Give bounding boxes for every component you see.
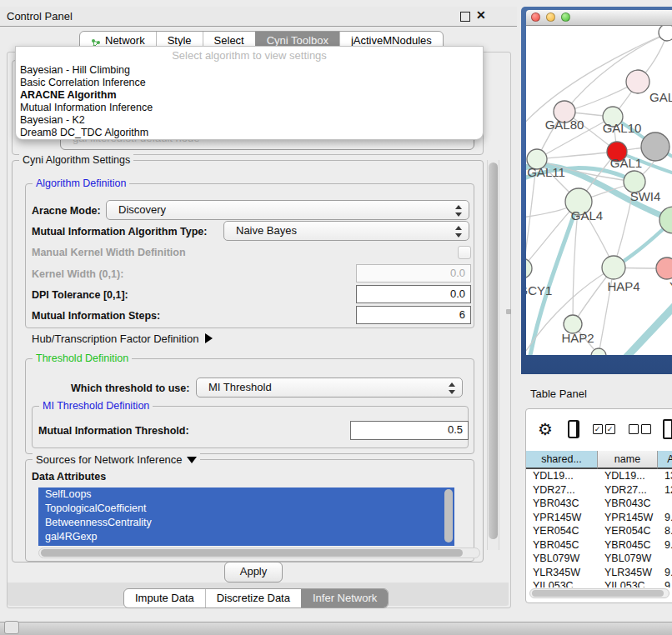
threshold-definition-title: Threshold Definition: [33, 352, 132, 364]
aracne-mode-combobox[interactable]: Discovery: [106, 200, 469, 220]
algorithm-option[interactable]: Bayesian - K2: [16, 114, 483, 127]
table-row[interactable]: YBL079WYBL079W: [526, 552, 672, 566]
network-node[interactable]: [626, 70, 649, 93]
settings-vertical-scrollbar[interactable]: [487, 160, 499, 550]
table-cell: YPR145W: [526, 511, 598, 525]
algorithm-option[interactable]: Mutual Information Inference: [16, 102, 483, 114]
algorithm-option[interactable]: Bayesian - Hill Climbing: [16, 64, 483, 77]
algorithm-option[interactable]: ARACNE Algorithm: [16, 89, 483, 102]
algorithm-option[interactable]: Basic Correlation Inference: [16, 77, 483, 89]
kernel-width-input[interactable]: 0.0: [356, 264, 471, 282]
split-columns-icon[interactable]: [568, 420, 579, 438]
mi-threshold-label: Mutual Information Threshold:: [38, 425, 189, 437]
table-row[interactable]: YBR045CYBR045C9.: [526, 538, 672, 552]
export-table-icon[interactable]: [663, 419, 672, 439]
data-attributes-list[interactable]: SelfLoopsTopologicalCoefficientBetweenne…: [38, 488, 454, 546]
algorithm-option-list: Bayesian - Hill ClimbingBasic Correlatio…: [16, 64, 483, 139]
attributes-list-scrollbar[interactable]: [444, 489, 453, 542]
network-canvas[interactable]: GALGAL80GAL10GAL1GAL11SWI4GAL4GCY1HAP4YH…: [526, 26, 672, 355]
stepper-icon: [454, 225, 462, 238]
column-header-partial[interactable]: A: [658, 451, 672, 469]
table-horizontal-scrollbar[interactable]: [529, 588, 669, 598]
network-node[interactable]: [641, 132, 669, 161]
attribute-list-item[interactable]: SelfLoops: [38, 488, 454, 502]
panel-collapse-button[interactable]: [4, 621, 19, 634]
manual-kernel-checkbox[interactable]: [458, 246, 471, 259]
table-cell: 12: [658, 483, 672, 498]
table-cell: YBR045C: [598, 538, 658, 552]
table-cell: 9.: [658, 511, 672, 525]
data-attributes-label: Data Attributes: [32, 471, 106, 482]
panel-divider-handle[interactable]: [506, 309, 511, 314]
algorithm-option[interactable]: Dream8 DC_TDC Algorithm: [16, 127, 483, 139]
attribute-list-item[interactable]: TopologicalCoefficient: [38, 502, 454, 516]
table-cell: 8.: [658, 524, 672, 538]
sources-group-title[interactable]: Sources for Network Inference: [33, 453, 200, 466]
mi-threshold-input[interactable]: 0.5: [350, 421, 469, 440]
table-row[interactable]: YDL19...YDL19...13: [526, 469, 672, 483]
column-header-shared-name[interactable]: shared...: [526, 451, 598, 469]
dpi-tolerance-label: DPI Tolerance [0,1]:: [32, 289, 128, 301]
network-node-label: GAL1: [610, 156, 642, 170]
popup-placeholder: Select algorithm to view settings: [16, 47, 483, 64]
deselect-all-columns-icon[interactable]: [629, 424, 651, 434]
settings-horizontal-scrollbar[interactable]: [38, 548, 480, 558]
which-threshold-combobox[interactable]: MI Threshold: [196, 378, 463, 398]
table-row[interactable]: YPR145WYPR145W9.: [526, 511, 672, 525]
table-toolbar: ⚙ ✓✓: [526, 409, 672, 449]
tab-infer-network[interactable]: Infer Network: [301, 589, 388, 608]
network-node[interactable]: [526, 258, 532, 278]
network-window-titlebar[interactable]: [526, 10, 672, 26]
table-row[interactable]: YLR345WYLR345W9.: [526, 566, 672, 580]
status-bar: [0, 622, 672, 635]
scrollbar-thumb[interactable]: [532, 590, 664, 597]
table-cell: YBL079W: [526, 552, 598, 566]
table-cell: YIL053C: [598, 579, 658, 588]
network-node[interactable]: [659, 26, 672, 41]
table-row[interactable]: YIL053CYIL053C9: [526, 579, 672, 588]
table-cell: [658, 552, 672, 566]
minimize-traffic-light[interactable]: [546, 12, 555, 22]
gear-icon[interactable]: ⚙: [538, 421, 553, 438]
select-all-columns-icon[interactable]: ✓✓: [593, 424, 615, 434]
attribute-list-item[interactable]: gal4RGexp: [38, 530, 454, 544]
network-node-label: GAL4: [571, 208, 603, 222]
table-cell: YBL079W: [598, 552, 658, 566]
mi-steps-input[interactable]: 6: [356, 306, 471, 324]
hub-tf-definition-toggle[interactable]: Hub/Transcription Factor Definition: [32, 332, 213, 345]
algorithm-dropdown-popup: Select algorithm to view settings Bayesi…: [15, 46, 484, 140]
attribute-list-item[interactable]: BetweennessCentrality: [38, 516, 454, 530]
mi-threshold-group-title: MI Threshold Definition: [39, 400, 153, 412]
table-cell: [658, 497, 672, 511]
network-node[interactable]: [656, 258, 672, 279]
network-node[interactable]: [602, 256, 625, 279]
scrollbar-thumb[interactable]: [489, 162, 498, 539]
zoom-traffic-light[interactable]: [561, 12, 570, 22]
table-cell: 9: [658, 579, 672, 588]
control-panel-title: Control Panel: [7, 10, 73, 22]
table-cell: YBR045C: [526, 538, 598, 552]
float-panel-icon[interactable]: [460, 12, 470, 22]
mi-algorithm-type-combobox[interactable]: Naive Bayes: [223, 221, 469, 241]
table-row[interactable]: YDR27...YDR27...12: [526, 483, 672, 498]
aracne-mode-label: Aracne Mode:: [32, 205, 101, 217]
scrollbar-thumb[interactable]: [41, 549, 463, 557]
kernel-width-label: Kernel Width (0,1):: [32, 268, 123, 280]
close-traffic-light[interactable]: [531, 12, 540, 22]
table-row[interactable]: YBR043CYBR043C: [526, 497, 672, 511]
tab-impute-data[interactable]: Impute Data: [124, 589, 205, 608]
collapsed-arrow-icon: [205, 333, 213, 343]
table-cell: YIL053C: [526, 579, 598, 588]
table-row[interactable]: YER054CYER054C8.: [526, 524, 672, 538]
network-node-label: GCY1: [526, 283, 552, 298]
column-header-name[interactable]: name: [598, 451, 658, 469]
dpi-tolerance-input[interactable]: 0.0: [356, 285, 471, 303]
table-cell: YDL19...: [598, 469, 658, 483]
table-cell: YER054C: [526, 524, 598, 538]
expanded-arrow-icon: [187, 457, 197, 463]
apply-button[interactable]: Apply: [224, 562, 283, 582]
tab-discretize-data[interactable]: Discretize Data: [205, 589, 301, 608]
close-icon[interactable]: ✕: [476, 8, 486, 22]
mi-steps-label: Mutual Information Steps:: [32, 310, 160, 322]
table-cell: 13: [658, 469, 672, 483]
